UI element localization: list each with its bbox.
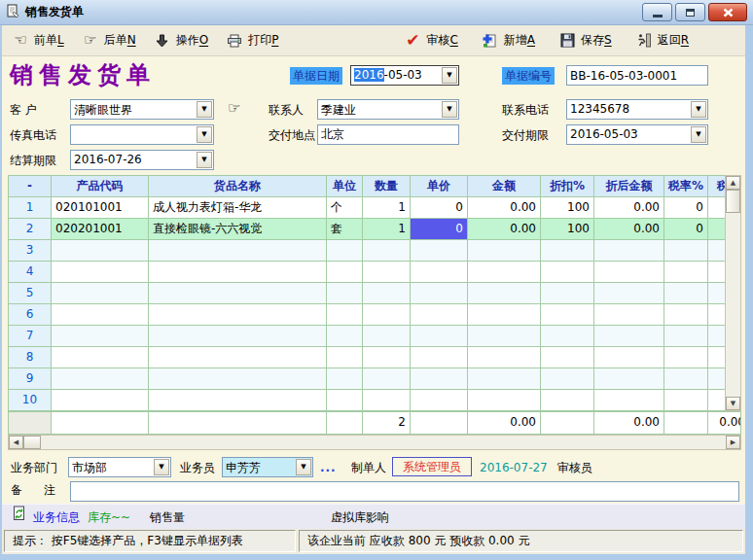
maximize-button[interactable] bbox=[675, 3, 705, 21]
cell-discount-pct[interactable] bbox=[541, 326, 594, 347]
cell-amount[interactable] bbox=[468, 262, 541, 283]
cell-product-code[interactable] bbox=[52, 304, 149, 326]
vertical-scroll-thumb[interactable] bbox=[726, 190, 740, 213]
creator-badge[interactable]: 系统管理员 bbox=[392, 457, 472, 476]
cell-tax-rate[interactable] bbox=[664, 283, 708, 304]
cell-discounted-amount[interactable] bbox=[594, 347, 664, 368]
cell-product-code[interactable] bbox=[52, 368, 149, 390]
cell-product-code[interactable] bbox=[52, 326, 149, 347]
doc-no-input[interactable] bbox=[566, 65, 708, 86]
cell-amount[interactable] bbox=[468, 240, 541, 262]
dropdown-arrow-icon[interactable]: ▼ bbox=[197, 101, 212, 118]
delivery-place-input[interactable] bbox=[317, 124, 459, 145]
cell-discounted-amount[interactable]: 0.00 bbox=[594, 197, 664, 219]
row-number[interactable]: 2 bbox=[9, 219, 52, 240]
cell-amount[interactable] bbox=[468, 390, 541, 411]
row-number[interactable]: 4 bbox=[9, 262, 52, 283]
cell-product-name[interactable] bbox=[149, 283, 327, 304]
contact-select[interactable]: 季建业 ▼ bbox=[317, 99, 459, 120]
cell-discounted-amount[interactable] bbox=[594, 368, 664, 390]
cell-unit-price[interactable] bbox=[411, 390, 468, 411]
scroll-right-button[interactable]: ▶ bbox=[726, 436, 740, 449]
dept-select[interactable]: 市场部 ▼ bbox=[68, 457, 171, 477]
cell-discounted-amount[interactable] bbox=[594, 240, 664, 262]
cell-unit[interactable]: 套 bbox=[327, 219, 363, 240]
salesperson-select[interactable]: 申芳芳 ▼ bbox=[222, 457, 313, 477]
cell-amount[interactable] bbox=[468, 304, 541, 326]
cell-qty[interactable] bbox=[363, 368, 411, 390]
audit-button[interactable]: ✔审核C bbox=[400, 30, 461, 51]
customer-select[interactable]: 清晰眼世界 ▼ bbox=[70, 99, 214, 120]
cell-unit[interactable] bbox=[327, 326, 363, 347]
cell-unit[interactable] bbox=[327, 283, 363, 304]
cell-discounted-amount[interactable]: 0.00 bbox=[594, 219, 664, 240]
cell-tax-amount[interactable] bbox=[708, 326, 726, 347]
cell-discounted-amount[interactable] bbox=[594, 262, 664, 283]
dropdown-arrow-icon[interactable]: ▼ bbox=[691, 126, 706, 143]
cell-tax-rate[interactable] bbox=[664, 240, 708, 262]
cell-tax-amount[interactable] bbox=[708, 390, 726, 411]
cell-unit-price[interactable] bbox=[411, 283, 468, 304]
cell-unit[interactable] bbox=[327, 390, 363, 411]
cell-discount-pct[interactable] bbox=[541, 283, 594, 304]
cell-amount[interactable] bbox=[468, 326, 541, 347]
hand-pointer-icon[interactable]: ☞ bbox=[228, 98, 240, 118]
cell-qty[interactable] bbox=[363, 390, 411, 411]
dropdown-arrow-icon[interactable]: ▼ bbox=[197, 126, 212, 143]
cell-unit[interactable] bbox=[327, 262, 363, 283]
cell-product-name[interactable] bbox=[149, 347, 327, 368]
add-button[interactable]: 新增A bbox=[478, 30, 539, 51]
back-button[interactable]: 返回R bbox=[631, 30, 693, 51]
settle-date-select[interactable]: 2016-07-26 ▼ bbox=[70, 150, 214, 170]
cell-qty[interactable] bbox=[363, 304, 411, 326]
cell-product-name[interactable]: 直接检眼镜-六六视觉 bbox=[149, 219, 327, 240]
row-number[interactable]: 10 bbox=[9, 390, 52, 411]
cell-product-name[interactable] bbox=[149, 240, 327, 262]
cell-tax-rate[interactable] bbox=[664, 368, 708, 390]
cell-unit-price[interactable]: 0 bbox=[411, 219, 468, 240]
cell-tax-amount[interactable] bbox=[708, 347, 726, 368]
cell-product-code[interactable]: 020101001 bbox=[52, 197, 149, 219]
cell-product-name[interactable] bbox=[149, 262, 327, 283]
operations-button[interactable]: 操作O bbox=[150, 30, 212, 51]
refresh-doc-icon[interactable] bbox=[12, 505, 26, 530]
cell-amount[interactable]: 0.00 bbox=[468, 219, 541, 240]
cell-discounted-amount[interactable] bbox=[594, 326, 664, 347]
cell-unit-price[interactable] bbox=[411, 368, 468, 390]
dropdown-arrow-icon[interactable]: ▼ bbox=[442, 101, 457, 118]
cell-product-code[interactable] bbox=[52, 262, 149, 283]
dropdown-arrow-icon[interactable]: ▼ bbox=[691, 101, 706, 118]
cell-unit[interactable] bbox=[327, 240, 363, 262]
cell-unit[interactable]: 个 bbox=[327, 197, 363, 219]
save-button[interactable]: 保存S bbox=[555, 30, 616, 51]
cell-discount-pct[interactable] bbox=[541, 368, 594, 390]
close-button[interactable] bbox=[708, 3, 747, 21]
cell-unit[interactable] bbox=[327, 368, 363, 390]
prev-doc-button[interactable]: ☜前单L bbox=[8, 30, 68, 51]
cell-qty[interactable] bbox=[363, 283, 411, 304]
row-number[interactable]: 8 bbox=[9, 347, 52, 368]
cell-tax-rate[interactable] bbox=[664, 390, 708, 411]
cell-tax-rate[interactable] bbox=[664, 304, 708, 326]
cell-qty[interactable] bbox=[363, 347, 411, 368]
cell-product-name[interactable] bbox=[149, 304, 327, 326]
cell-tax-rate[interactable]: 0 bbox=[664, 197, 708, 219]
minimize-button[interactable] bbox=[642, 3, 672, 21]
cell-discount-pct[interactable]: 100 bbox=[541, 219, 594, 240]
cell-unit-price[interactable] bbox=[411, 304, 468, 326]
scroll-left-button[interactable]: ◀ bbox=[9, 436, 23, 449]
cell-tax-amount[interactable] bbox=[708, 197, 726, 219]
cell-unit-price[interactable] bbox=[411, 326, 468, 347]
note-input[interactable] bbox=[70, 481, 739, 502]
cell-unit-price[interactable] bbox=[411, 240, 468, 262]
dropdown-arrow-icon[interactable]: ▼ bbox=[442, 67, 457, 84]
cell-tax-amount[interactable] bbox=[708, 219, 726, 240]
cell-product-code[interactable] bbox=[52, 390, 149, 411]
delivery-date-select[interactable]: 2016-05-03 ▼ bbox=[566, 124, 708, 145]
more-button[interactable]: ... bbox=[320, 461, 337, 474]
cell-discount-pct[interactable] bbox=[541, 390, 594, 411]
cell-discount-pct[interactable] bbox=[541, 347, 594, 368]
cell-unit[interactable] bbox=[327, 304, 363, 326]
fax-select[interactable]: ▼ bbox=[70, 124, 214, 145]
row-number[interactable]: 5 bbox=[9, 283, 52, 304]
